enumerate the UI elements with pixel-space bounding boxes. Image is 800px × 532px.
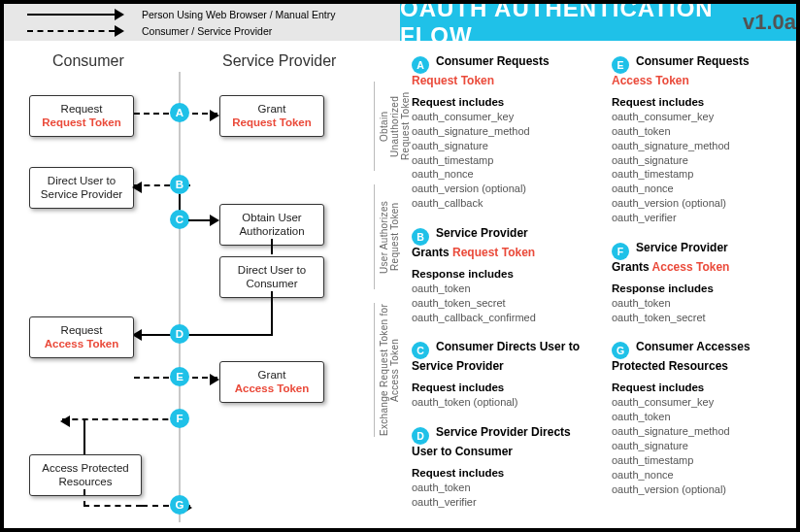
step-badge-g: G xyxy=(612,342,629,359)
stage-line-3 xyxy=(374,303,375,437)
step-e-sub: Request includes xyxy=(612,96,792,108)
step-b-title-2b: Request Token xyxy=(452,246,535,259)
box-text: Direct User to xyxy=(40,174,123,187)
step-e-title-1: Consumer Requests xyxy=(636,54,750,68)
arrow-solid-icon xyxy=(27,10,124,19)
legend: Person Using Web Browser / Manual Entry … xyxy=(4,4,400,41)
step-f-title-2a: Grants xyxy=(612,260,652,274)
step-d-params: oauth_tokenoauth_verifier xyxy=(412,481,592,510)
step-d: DService Provider DirectsUser to Consume… xyxy=(412,425,592,510)
box-grant-request-token: Grant Request Token xyxy=(219,95,324,137)
step-e: EConsumer RequestsAccess Token Request i… xyxy=(612,54,792,225)
box-text: Request Token xyxy=(230,116,314,129)
stage-line-1 xyxy=(374,82,375,171)
box-text: Request xyxy=(40,102,123,116)
box-text: Access Token xyxy=(40,337,123,350)
step-b-title-1: Service Provider xyxy=(436,226,528,240)
box-text: Obtain User xyxy=(230,211,314,224)
step-f-params: oauth_tokenoauth_token_secret xyxy=(612,296,792,325)
step-b-sub: Response includes xyxy=(412,268,592,280)
box-text: Consumer xyxy=(230,277,314,290)
step-c-sub: Request includes xyxy=(412,382,592,393)
badge-a: A xyxy=(170,103,189,122)
box-text: Request Token xyxy=(40,116,123,129)
step-g-title-2: Protected Resources xyxy=(612,359,728,373)
box-text: Authorization xyxy=(230,224,314,238)
step-f-title-1: Service Provider xyxy=(636,241,728,254)
vseg-f-g xyxy=(83,419,85,454)
arrow-dashed-icon xyxy=(27,26,124,36)
badge-d: D xyxy=(170,324,189,344)
step-a-params: oauth_consumer_keyoauth_signature_method… xyxy=(412,110,592,211)
step-g: GConsumer AccessesProtected Resources Re… xyxy=(612,340,792,496)
box-grant-access-token: Grant Access Token xyxy=(219,361,324,403)
arrow-d-top xyxy=(217,334,273,336)
legend-row-solid: Person Using Web Browser / Manual Entry xyxy=(27,6,400,22)
step-d-title-1: Service Provider Directs xyxy=(436,425,571,439)
box-text: Access Token xyxy=(230,382,314,395)
header-title: OAUTH AUTHENTICATION FLOW xyxy=(400,0,733,50)
badge-f: F xyxy=(170,409,189,428)
box-text: Resources xyxy=(40,475,131,488)
box-text: Request xyxy=(40,323,123,337)
step-c-title-1: Consumer Directs User to xyxy=(436,340,580,353)
column-header-consumer: Consumer xyxy=(52,52,124,70)
step-a-title-1: Consumer Requests xyxy=(436,54,550,68)
step-c: CConsumer Directs User toService Provide… xyxy=(412,340,592,410)
legend-row-dashed: Consumer / Service Provider xyxy=(27,22,400,39)
stage-label-2: User Authorizes Request Token xyxy=(379,184,390,289)
badge-c: C xyxy=(170,210,189,229)
column-header-provider: Service Provider xyxy=(222,52,336,70)
badge-g: G xyxy=(170,495,189,515)
box-text: Service Provider xyxy=(40,187,123,201)
step-f: FService ProviderGrants Access Token Res… xyxy=(612,241,792,325)
box-access-protected-resources: Access Protected Resources xyxy=(29,454,142,496)
details-col-left: AConsumer RequestsRequest Token Request … xyxy=(412,54,592,528)
details-panel: AConsumer RequestsRequest Token Request … xyxy=(412,54,792,528)
step-e-title-2: Access Token xyxy=(612,74,689,87)
flow-diagram: Obtain Unauthorized Request Token User A… xyxy=(4,74,400,530)
arrow-c xyxy=(188,219,217,221)
step-b-title-2a: Grants xyxy=(412,246,452,259)
step-a-sub: Request includes xyxy=(412,96,592,108)
step-c-params: oauth_token (optional) xyxy=(412,395,592,410)
step-f-sub: Response includes xyxy=(612,283,792,294)
badge-e: E xyxy=(170,367,189,386)
step-badge-c: C xyxy=(412,342,429,359)
step-a: AConsumer RequestsRequest Token Request … xyxy=(412,54,592,211)
step-d-title-2: User to Consumer xyxy=(412,445,513,458)
header: OAUTH AUTHENTICATION FLOW v1.0a xyxy=(400,4,796,41)
step-d-sub: Request includes xyxy=(412,467,592,479)
arrow-g-h xyxy=(83,505,142,507)
step-a-title-2: Request Token xyxy=(412,74,494,87)
step-badge-f: F xyxy=(612,243,629,260)
box-text: Grant xyxy=(230,102,314,116)
box-text: Grant xyxy=(230,368,314,382)
box-direct-user-to-sp: Direct User to Service Provider xyxy=(29,167,134,209)
step-badge-d: D xyxy=(412,427,429,445)
step-c-title-2: Service Provider xyxy=(412,359,504,373)
step-badge-b: B xyxy=(412,228,429,246)
badge-b: B xyxy=(170,175,189,194)
step-b: BService ProviderGrants Request Token Re… xyxy=(412,226,592,325)
step-g-params: oauth_consumer_keyoauth_tokenoauth_signa… xyxy=(612,395,792,496)
header-version: v1.0a xyxy=(743,10,796,35)
box-text: Direct User to xyxy=(230,263,314,277)
step-badge-a: A xyxy=(412,56,429,74)
stage-line-2 xyxy=(374,184,375,289)
step-g-title-1: Consumer Accesses xyxy=(636,340,750,353)
step-b-params: oauth_tokenoauth_token_secretoauth_callb… xyxy=(412,282,592,325)
box-text: Access Protected xyxy=(40,461,131,475)
legend-solid-label: Person Using Web Browser / Manual Entry xyxy=(142,9,335,20)
step-g-sub: Request includes xyxy=(612,382,792,393)
box-request-access-token: Request Access Token xyxy=(29,316,134,358)
legend-dashed-label: Consumer / Service Provider xyxy=(142,25,272,37)
stage-label-3: Exchange Request Token for Access Token xyxy=(379,303,390,437)
stage-label-1: Obtain Unauthorized Request Token xyxy=(379,82,390,171)
diagram-frame: Person Using Web Browser / Manual Entry … xyxy=(0,0,800,532)
vseg-c-c2 xyxy=(271,239,273,254)
details-col-right: EConsumer RequestsAccess Token Request i… xyxy=(612,54,792,528)
step-f-title-2b: Access Token xyxy=(652,260,730,274)
step-e-params: oauth_consumer_keyoauth_tokenoauth_signa… xyxy=(612,110,792,225)
step-badge-e: E xyxy=(612,56,629,74)
